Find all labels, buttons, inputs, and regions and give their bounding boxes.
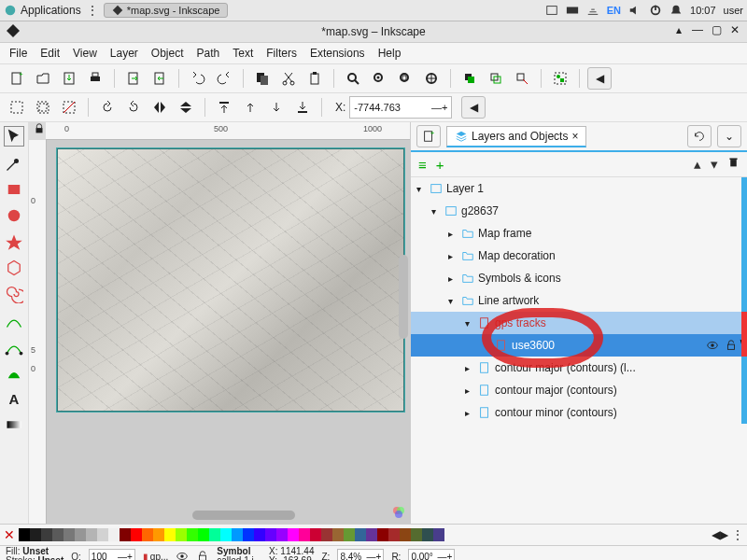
copy-button[interactable]	[251, 67, 274, 90]
visibility-icon[interactable]	[706, 339, 719, 352]
zoom-input[interactable]: 8.4%—+	[337, 549, 384, 561]
color-swatch[interactable]	[41, 528, 52, 541]
redo-button[interactable]	[213, 67, 235, 90]
color-swatch[interactable]	[321, 528, 332, 541]
spiral-tool[interactable]	[5, 285, 23, 303]
color-swatch[interactable]	[344, 528, 355, 541]
zoom-drawing-button[interactable]	[368, 67, 390, 90]
deselect-button[interactable]	[58, 96, 80, 119]
color-swatch[interactable]	[75, 528, 86, 541]
color-swatch[interactable]	[243, 528, 254, 541]
color-swatch[interactable]	[299, 528, 310, 541]
volume-icon[interactable]	[628, 4, 641, 17]
lock-icon[interactable]	[725, 339, 738, 352]
ruler-vertical[interactable]: 0 5 0	[29, 140, 47, 524]
pencil-tool[interactable]	[5, 311, 23, 329]
zoom-page-button[interactable]	[394, 67, 416, 90]
save-button[interactable]	[58, 67, 80, 90]
tree-row-cmaj2[interactable]: ▸contour major (contours)	[411, 379, 747, 401]
color-swatch[interactable]	[366, 528, 377, 541]
notification-icon[interactable]	[669, 4, 683, 17]
keyboard-layout[interactable]: EN	[607, 5, 621, 16]
export-button[interactable]	[148, 67, 171, 90]
color-manage-icon[interactable]	[391, 505, 406, 520]
dock-menu-button[interactable]: ⌄	[717, 125, 741, 147]
menu-file[interactable]: File	[9, 47, 27, 60]
dock-history-button[interactable]	[687, 125, 712, 147]
canvas[interactable]	[47, 140, 410, 524]
flip-h-button[interactable]	[148, 96, 171, 119]
new-dialog-button[interactable]: +	[416, 125, 441, 147]
color-swatch[interactable]	[254, 528, 265, 541]
applications-menu[interactable]: Applications	[4, 4, 81, 17]
rotate-cw-button[interactable]	[122, 96, 145, 119]
tree-row-mapdeco[interactable]: ▸Map decoration	[411, 245, 747, 267]
add-layer-button[interactable]: ≡	[418, 157, 427, 173]
color-swatch[interactable]	[355, 528, 366, 541]
palette-menu-button[interactable]: ⋮	[732, 528, 743, 541]
color-swatch[interactable]	[209, 528, 220, 541]
layer-indicator[interactable]: ▮gp...	[143, 552, 168, 561]
scrollbar-vertical[interactable]	[399, 255, 408, 339]
3dbox-tool[interactable]	[5, 259, 23, 277]
color-swatch[interactable]	[232, 528, 243, 541]
color-swatch[interactable]	[63, 528, 75, 541]
color-swatch[interactable]	[19, 528, 30, 541]
network-icon[interactable]	[586, 4, 599, 17]
menu-edit[interactable]: Edit	[40, 47, 60, 60]
select-all-layers-button[interactable]	[32, 96, 54, 119]
color-swatch[interactable]	[108, 528, 120, 541]
tree-row-mapframe[interactable]: ▸Map frame	[411, 222, 747, 245]
close-tab-icon[interactable]: ×	[571, 130, 578, 143]
tab-layers[interactable]: Layers and Objects ×	[446, 126, 586, 147]
gradient-tool[interactable]	[5, 415, 23, 434]
undo-button[interactable]	[187, 67, 209, 90]
import-button[interactable]	[122, 67, 145, 90]
flip-v-button[interactable]	[175, 96, 197, 119]
color-swatch[interactable]	[120, 528, 131, 541]
lower-bottom-button[interactable]	[291, 96, 314, 119]
clone-button[interactable]	[485, 67, 507, 90]
color-swatch[interactable]	[310, 528, 321, 541]
calligraphy-tool[interactable]	[5, 363, 23, 382]
color-swatch[interactable]	[97, 528, 108, 541]
color-swatch[interactable]	[187, 528, 198, 541]
select-all-button[interactable]	[6, 96, 28, 119]
coord-x-input[interactable]: -7744.763—+	[349, 96, 452, 119]
color-swatch[interactable]	[265, 528, 276, 541]
visibility-toggle[interactable]	[176, 550, 189, 560]
power-icon[interactable]	[649, 4, 662, 17]
tree-row-symbols[interactable]: ▸Symbols & icons	[411, 267, 747, 289]
menu-extensions[interactable]: Extensions	[310, 47, 365, 60]
palette-scroll-left[interactable]: ◀	[712, 528, 720, 541]
color-swatch[interactable]	[131, 528, 142, 541]
menu-view[interactable]: View	[73, 47, 97, 60]
color-swatch[interactable]	[86, 528, 97, 541]
zoom-center-button[interactable]	[420, 67, 443, 90]
menu-text[interactable]: Text	[233, 47, 253, 60]
color-swatch[interactable]	[288, 528, 299, 541]
toolbar-overflow-button[interactable]: ◀	[461, 96, 486, 119]
node-tool[interactable]	[5, 154, 23, 173]
print-button[interactable]	[84, 67, 106, 90]
menu-layer[interactable]: Layer	[110, 47, 138, 60]
paste-button[interactable]	[303, 67, 326, 90]
color-swatch[interactable]	[400, 528, 411, 541]
new-button[interactable]: +	[6, 67, 28, 90]
cut-button[interactable]	[277, 67, 300, 90]
open-button[interactable]	[32, 67, 54, 90]
ruler-horizontal[interactable]: 0 500 1000	[46, 122, 410, 140]
tree-row-use3600[interactable]: use3600	[411, 334, 747, 357]
color-swatch[interactable]	[276, 528, 288, 541]
rotation-input[interactable]: 0.00°—+	[408, 549, 455, 561]
window-rollup-icon[interactable]: ▴	[672, 23, 685, 36]
color-swatch[interactable]	[52, 528, 63, 541]
layer-up-button[interactable]: ▴	[694, 156, 701, 173]
lower-button[interactable]	[265, 96, 288, 119]
scrollbar-horizontal[interactable]	[192, 511, 295, 520]
color-swatch[interactable]	[433, 528, 444, 541]
taskbar-button[interactable]: *map.svg - Inkscape	[104, 3, 229, 18]
star-tool[interactable]	[5, 232, 23, 251]
zoom-selection-button[interactable]	[342, 67, 364, 90]
clock[interactable]: 10:07	[690, 5, 716, 16]
